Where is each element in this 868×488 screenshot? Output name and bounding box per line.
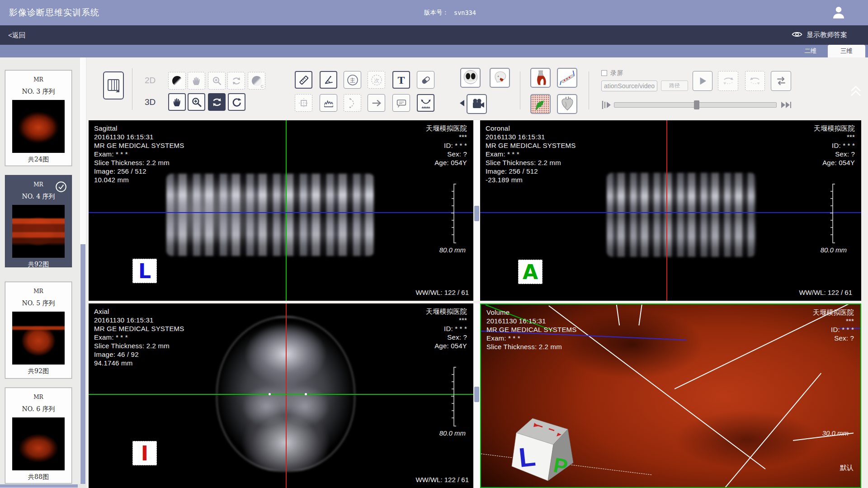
series-modality: MR	[5, 288, 71, 294]
sidebar-hscrollbar[interactable]	[0, 484, 86, 488]
series-count: 共88图	[5, 473, 71, 481]
sidebar-scrollbar-thumb[interactable]	[80, 244, 85, 484]
coronal-info: Coronal 20161130 16:15:31 MR GE MEDICAL …	[486, 124, 576, 184]
swap-direction-button[interactable]	[771, 71, 791, 91]
label-3d: 3D	[145, 97, 156, 107]
collapse-toolbar-button[interactable]	[849, 84, 863, 99]
user-icon[interactable]	[831, 5, 846, 20]
tab-2d[interactable]: 二维	[795, 45, 826, 57]
tool3d-pan[interactable]	[168, 93, 186, 111]
video-path-input[interactable]	[601, 81, 657, 91]
sagittal-patient-info: 天堰模拟医院 *** ID: * * * Sex: ? Age: 054Y	[426, 124, 467, 167]
tool3d-reset-rotate[interactable]	[228, 93, 245, 111]
step-backward-button[interactable]	[601, 100, 612, 112]
series-card-3[interactable]: MR NO. 3 序列 共24图	[5, 70, 72, 166]
axial-info: Axial 20161130 16:15:31 MR GE MEDICAL SY…	[94, 307, 184, 367]
sidebar-hscrollbar-thumb[interactable]	[0, 484, 78, 488]
tool3d-zoom-in[interactable]	[188, 93, 205, 111]
skull-3d-button[interactable]	[490, 68, 510, 88]
layout-button[interactable]	[103, 71, 124, 99]
tool2d-window-level-reset: C	[248, 72, 265, 90]
check-circle-icon	[55, 181, 67, 193]
tab-3d[interactable]: 三维	[828, 45, 865, 57]
tool3d-rotate-active[interactable]	[208, 93, 226, 111]
sagittal-info: Sagittal 20161130 16:15:31 MR GE MEDICAL…	[94, 124, 184, 184]
slice-scrollbar-thumb[interactable]	[474, 206, 479, 221]
series-modality: MR	[5, 394, 71, 400]
tool-curve-measure[interactable]	[417, 94, 434, 112]
series-name: NO. 3 序列	[5, 88, 71, 96]
tool-text[interactable]: T	[392, 71, 410, 89]
toolbar-divider	[132, 68, 132, 110]
viewport-volume-3d[interactable]: L P Volume 20161130 16:15:31 MR GE MEDIC…	[480, 303, 861, 488]
reference-point	[305, 393, 307, 395]
show-answer-label: 显示教师答案	[807, 31, 847, 39]
tool-angle[interactable]	[320, 71, 337, 89]
orientation-cube[interactable]: L P	[505, 416, 586, 485]
playback-slider-thumb[interactable]	[694, 100, 699, 109]
series-card-6[interactable]: MR NO. 6 序列 共88图	[5, 388, 72, 483]
version-info: 版本号： svn334	[424, 0, 476, 25]
tool-main-sequence[interactable]: 主	[344, 71, 361, 89]
mpr-slice-button[interactable]	[460, 68, 481, 88]
crosshair-vertical-red[interactable]	[286, 303, 287, 488]
segmentation-button[interactable]	[530, 94, 551, 114]
scale-label: 80.0 mm	[439, 429, 466, 437]
implant-plate-button[interactable]	[557, 68, 577, 88]
crosshair-horizontal-blue[interactable]	[89, 212, 473, 213]
top-bar: 影像诊断思维实训系统 版本号： svn334	[0, 0, 868, 25]
show-answer-button[interactable]: 显示教师答案	[792, 25, 847, 45]
crosshair-horizontal-blue[interactable]	[480, 212, 861, 213]
wwwl-label: WW/WL: 122 / 61	[415, 476, 469, 483]
viewport-axial[interactable]: Axial 20161130 16:15:31 MR GE MEDICAL SY…	[89, 303, 473, 488]
tool2d-zoom-in	[208, 72, 226, 90]
crosshair-horizontal-green[interactable]	[89, 394, 473, 395]
back-button[interactable]: <返回	[8, 25, 26, 45]
series-name: NO. 4 序列	[5, 193, 71, 201]
slice-scrollbar-thumb[interactable]	[474, 387, 479, 402]
scale-ruler	[830, 184, 836, 245]
crosshair-vertical-red[interactable]	[666, 120, 667, 301]
orientation-marker-inferior: I	[132, 441, 157, 465]
axial-patient-info: 天堰模拟医院 *** ID: * * * Sex: ? Age: 054Y	[426, 307, 467, 350]
crosshair-vertical-green[interactable]	[286, 120, 287, 301]
series-thumbnail	[12, 417, 65, 470]
series-thumbnail	[12, 100, 65, 153]
heart-model-button[interactable]	[557, 94, 577, 114]
sidebar-scrollbar[interactable]	[80, 57, 86, 484]
svg-text:L: L	[517, 441, 537, 473]
record-label: 录屏	[610, 69, 623, 77]
export-video-button[interactable]	[467, 94, 487, 114]
tool2d-window-level	[168, 72, 186, 90]
tool-histogram[interactable]	[320, 94, 337, 112]
slice-scrollbar-top[interactable]	[473, 120, 480, 301]
series-thumbnail	[12, 205, 65, 258]
viewport-coronal[interactable]: Coronal 20161130 16:15:31 MR GE MEDICAL …	[480, 120, 861, 301]
tab-strip: 二维 三维	[0, 45, 868, 57]
series-name: NO. 5 序列	[5, 299, 71, 308]
path-button[interactable]: 路径	[661, 81, 688, 91]
eye-icon	[792, 31, 802, 39]
tool-eraser[interactable]	[417, 71, 434, 89]
scale-label: 30.0 mm	[822, 429, 849, 437]
app-window: 影像诊断思维实训系统 版本号： svn334 <返回 显示教师答案 二维 三维 …	[0, 0, 868, 488]
play-button[interactable]	[693, 71, 712, 91]
tool2d-pan	[188, 72, 205, 90]
tool-arrow[interactable]	[368, 94, 385, 112]
tool-secondary-sequence: 次	[368, 71, 385, 89]
rotate-ccw-button	[745, 71, 765, 91]
svg-text:次: 次	[374, 77, 379, 84]
knee-model-button[interactable]	[530, 68, 551, 88]
tool-ruler[interactable]	[295, 71, 312, 89]
viewport-sagittal[interactable]: Sagittal 20161130 16:15:31 MR GE MEDICAL…	[89, 120, 473, 301]
series-card-5[interactable]: MR NO. 5 序列 共92图	[5, 282, 72, 379]
series-sidebar: MR NO. 3 序列 共24图 MR NO. 4 序列 共92图 MR NO.…	[0, 57, 87, 488]
app-title: 影像诊断思维实训系统	[9, 0, 99, 25]
record-checkbox[interactable]	[601, 70, 607, 76]
step-forward-button[interactable]	[780, 100, 795, 112]
tool-annotation[interactable]	[392, 94, 410, 112]
export-arrow-icon	[459, 99, 465, 109]
slice-scrollbar-bottom[interactable]	[473, 303, 480, 488]
series-card-4-selected[interactable]: MR NO. 4 序列 共92图	[5, 175, 72, 267]
series-count: 共92图	[5, 367, 71, 375]
